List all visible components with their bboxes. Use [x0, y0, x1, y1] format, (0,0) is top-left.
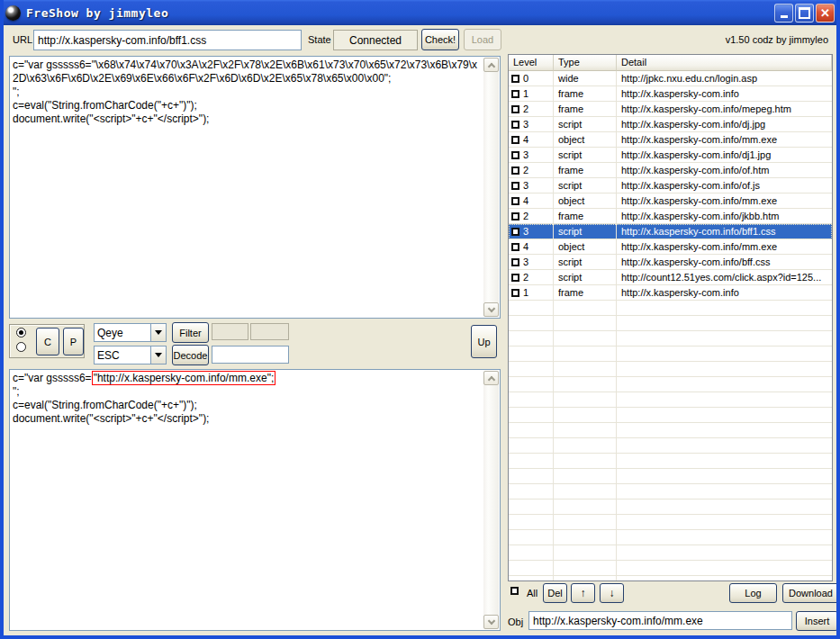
table-row[interactable]: 1framehttp://x.kaspersky-com.info: [509, 285, 832, 301]
decoded-code-text[interactable]: c="var gsssss6="http://x.kaspersky-com.i…: [13, 372, 482, 628]
decoded-code-panel[interactable]: c="var gsssss6="http://x.kaspersky-com.i…: [9, 369, 501, 631]
decode-combobox[interactable]: ESC: [94, 346, 167, 364]
table-row[interactable]: 4objecthttp://x.kaspersky-com.info/mm.ex…: [509, 239, 832, 255]
check-button[interactable]: Check!: [421, 29, 459, 50]
filter-aux-box-1: [212, 323, 248, 340]
table-row[interactable]: 1framehttp://x.kaspersky-com.info: [509, 86, 832, 102]
row-checkbox[interactable]: [511, 151, 519, 159]
up-button[interactable]: Up: [471, 325, 497, 358]
table-row-empty: [509, 576, 832, 581]
chevron-down-icon[interactable]: [150, 324, 166, 341]
row-checkbox[interactable]: [511, 75, 519, 83]
table-row-empty: [509, 316, 832, 331]
row-checkbox[interactable]: [511, 274, 519, 282]
chevron-down-icon[interactable]: [150, 346, 166, 364]
table-row[interactable]: 3scripthttp://x.kaspersky-com.info/dj1.j…: [509, 148, 832, 163]
decode-combobox-value: ESC: [95, 349, 150, 362]
del-button[interactable]: Del: [543, 583, 567, 603]
state-label: State: [308, 34, 331, 45]
filter-combobox-value: Qeye: [95, 327, 150, 339]
scroll-down-icon[interactable]: [483, 615, 499, 629]
scroll-down-icon[interactable]: [483, 302, 499, 317]
table-row-empty: [509, 423, 832, 438]
table-row-empty: [509, 301, 832, 316]
table-row-empty: [509, 484, 832, 500]
move-down-button[interactable]: ↓: [600, 583, 624, 603]
url-input[interactable]: [33, 30, 302, 50]
title-bar[interactable]: FreShow by jimmyleo ✕: [0, 0, 840, 25]
table-row-empty: [509, 545, 832, 561]
source-code-panel[interactable]: c="var gsssss6="\x68\x74\x74\x70\x3A\x2F…: [9, 56, 501, 319]
p-button[interactable]: P: [63, 328, 84, 356]
source-scrollbar[interactable]: [483, 58, 499, 317]
table-row-empty: [509, 530, 832, 545]
row-checkbox[interactable]: [511, 243, 519, 251]
row-checkbox[interactable]: [511, 166, 519, 175]
table-header: Level Type Detail: [509, 55, 832, 71]
table-row[interactable]: 3scripthttp://x.kaspersky-com.info/dj.jp…: [509, 117, 832, 132]
table-row-empty: [509, 362, 832, 377]
row-checkbox[interactable]: [511, 258, 519, 266]
maximize-button[interactable]: [795, 4, 814, 22]
move-up-button[interactable]: ↑: [571, 583, 595, 603]
table-row[interactable]: 2framehttp://x.kaspersky-com.info/mepeg.…: [509, 102, 832, 117]
window-title: FreShow by jimmyleo: [26, 6, 168, 20]
row-checkbox[interactable]: [511, 212, 519, 220]
all-label: All: [527, 588, 537, 598]
minimize-button[interactable]: [774, 4, 793, 22]
load-button: Load: [464, 29, 501, 50]
table-row[interactable]: 4objecthttp://x.kaspersky-com.info/mm.ex…: [509, 194, 832, 209]
column-header-detail[interactable]: Detail: [617, 55, 832, 71]
log-button[interactable]: Log: [729, 583, 777, 603]
table-row-empty: [509, 561, 832, 576]
scroll-up-icon[interactable]: [483, 371, 499, 385]
table-row[interactable]: 2framehttp://x.kaspersky-com.info/jkbb.h…: [509, 209, 832, 224]
table-row[interactable]: 2scripthttp://count12.51yes.com/click.as…: [509, 270, 832, 285]
url-table: Level Type Detail 0widehttp://jpkc.nxu.e…: [508, 54, 833, 581]
table-row[interactable]: 3scripthttp://x.kaspersky-com.info/bff1.…: [509, 224, 832, 239]
row-checkbox[interactable]: [511, 197, 519, 205]
all-checkbox[interactable]: [510, 587, 519, 595]
table-row[interactable]: 3scripthttp://x.kaspersky-com.info/bff.c…: [509, 255, 832, 270]
table-row-empty: [509, 438, 832, 454]
table-row[interactable]: 3scripthttp://x.kaspersky-com.info/of.js: [509, 178, 832, 194]
mode-radio-top[interactable]: [16, 328, 26, 338]
row-checkbox[interactable]: [511, 90, 519, 98]
table-row-empty: [509, 331, 832, 346]
url-table-body: 0widehttp://jpkc.nxu.edu.cn/login.asp1fr…: [509, 71, 832, 581]
table-row[interactable]: 2framehttp://x.kaspersky-com.info/of.htm: [509, 163, 832, 178]
row-checkbox[interactable]: [511, 228, 519, 236]
c-button[interactable]: C: [36, 328, 59, 356]
table-row-empty: [509, 346, 832, 362]
filter-button[interactable]: Filter: [172, 322, 209, 343]
column-header-type[interactable]: Type: [554, 55, 617, 71]
decode-button[interactable]: Decode: [172, 345, 209, 365]
filter-combobox[interactable]: Qeye: [94, 323, 167, 342]
table-row-empty: [509, 408, 832, 423]
row-checkbox[interactable]: [511, 182, 519, 190]
table-row-empty: [509, 377, 832, 392]
insert-button[interactable]: Insert: [796, 611, 838, 631]
scroll-up-icon[interactable]: [483, 58, 499, 72]
row-checkbox[interactable]: [511, 289, 519, 297]
row-checkbox[interactable]: [511, 105, 519, 113]
obj-input[interactable]: [528, 611, 792, 630]
row-checkbox[interactable]: [511, 136, 519, 144]
mode-radio-bottom[interactable]: [16, 342, 26, 352]
version-label: v1.50 codz by jimmyleo: [726, 34, 828, 45]
decoded-rest: "; c=eval("String.fromCharCode("+c+")");…: [13, 385, 209, 425]
source-code-text[interactable]: c="var gsssss6="\x68\x74\x74\x70\x3A\x2F…: [13, 58, 482, 316]
app-icon: [5, 5, 21, 21]
row-checkbox[interactable]: [511, 121, 519, 129]
table-row-empty: [509, 515, 832, 530]
table-row-empty: [509, 392, 832, 408]
table-row[interactable]: 4objecthttp://x.kaspersky-com.info/mm.ex…: [509, 132, 832, 148]
column-header-level[interactable]: Level: [509, 55, 554, 71]
table-row[interactable]: 0widehttp://jpkc.nxu.edu.cn/login.asp: [509, 71, 832, 86]
decode-input[interactable]: [212, 346, 289, 364]
download-button[interactable]: Download: [782, 583, 839, 603]
decoded-scrollbar[interactable]: [483, 371, 499, 629]
app-window: FreShow by jimmyleo ✕ URL State Connecte…: [0, 0, 840, 639]
close-button[interactable]: ✕: [816, 4, 835, 22]
decoded-line-prefix: c="var gsssss6=: [13, 372, 92, 384]
